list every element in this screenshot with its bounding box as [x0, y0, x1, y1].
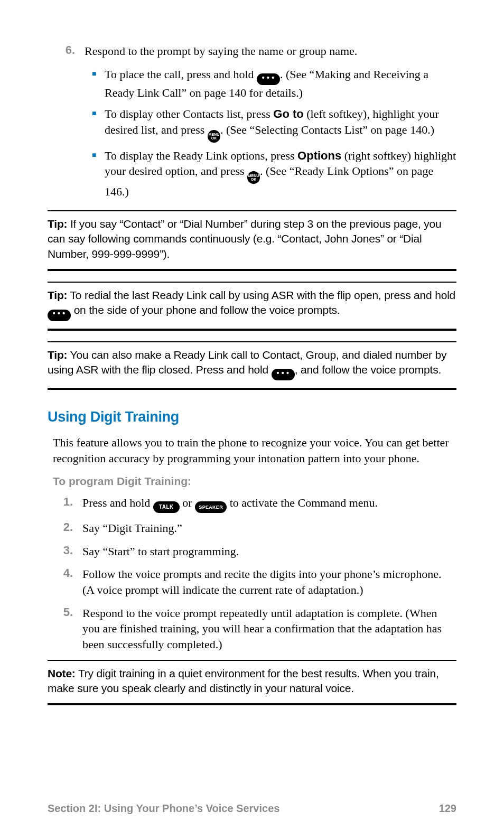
ptt-key-icon: • • • [48, 310, 71, 321]
text-fragment: Press and hold [82, 496, 153, 509]
note-box: Note: Try digit training in a quiet envi… [48, 660, 456, 706]
tip-text: on the side of your phone and follow the… [71, 304, 340, 316]
step-text: Say “Start” to start programming. [82, 544, 456, 559]
bullet-text: To display other Contacts list, press Go… [105, 106, 456, 143]
bullet-square-icon: ■ [92, 106, 105, 143]
text-fragment: to activate the Command menu. [227, 496, 378, 509]
sub-bullet: ■ To display the Ready Link options, pre… [48, 148, 456, 200]
key-label-top: MENU [248, 174, 259, 178]
bullet-text: To display the Ready Link options, press… [105, 148, 456, 200]
step-text: Say “Digit Training.” [82, 520, 456, 536]
footer-section: Section 2I: Using Your Phone’s Voice Ser… [48, 802, 279, 815]
tip-text: To redial the last Ready Link call by us… [67, 289, 455, 301]
procedure-heading: To program Digit Training: [48, 475, 456, 488]
note-text: Try digit training in a quiet environmen… [48, 667, 439, 694]
page-footer: Section 2I: Using Your Phone’s Voice Ser… [48, 802, 456, 815]
tip-box: Tip: If you say “Contact” or “Dial Numbe… [48, 210, 456, 271]
tip-text: , and follow the voice prompts. [295, 363, 441, 376]
tip-label: Tip: [48, 218, 67, 230]
sub-bullet: ■ To display other Contacts list, press … [48, 106, 456, 143]
bullet-square-icon: ■ [92, 67, 105, 101]
manual-page: 6. Respond to the prompt by saying the n… [0, 0, 504, 840]
softkey-label: Options [297, 149, 341, 162]
tip-text: If you say “Contact” or “Dial Number” du… [48, 218, 441, 260]
step-number: 4. [53, 566, 82, 598]
bullet-text: To place the call, press and hold • • •.… [105, 67, 456, 101]
tip-label: Tip: [48, 289, 67, 301]
key-label-bottom: OK [211, 136, 217, 140]
text-fragment: To display other Contacts list, press [105, 107, 273, 120]
tip-label: Tip: [48, 349, 67, 361]
tip-box: Tip: You can also make a Ready Link call… [48, 341, 456, 390]
tip-box: Tip: To redial the last Ready Link call … [48, 282, 456, 331]
key-label-bottom: OK [251, 178, 257, 181]
intro-paragraph: This feature allows you to train the pho… [48, 435, 456, 466]
step-6: 6. Respond to the prompt by saying the n… [48, 43, 456, 59]
step-number: 5. [53, 605, 82, 652]
step-text: Respond to the prompt by saying the name… [85, 43, 456, 59]
list-item: 4. Follow the voice prompts and recite t… [53, 566, 456, 598]
step-text: Respond to the voice prompt repeatedly u… [82, 605, 456, 652]
text-fragment: To place the call, press and hold [105, 68, 257, 81]
text-fragment: or [180, 496, 195, 509]
ptt-key-icon: • • • [272, 369, 295, 380]
procedure-steps: 1. Press and hold TALK or SPEAKER to act… [48, 495, 456, 652]
list-item: 2. Say “Digit Training.” [53, 520, 456, 536]
step-text: Follow the voice prompts and recite the … [82, 566, 456, 598]
sub-bullet: ■ To place the call, press and hold • • … [48, 67, 456, 101]
ptt-key-icon: • • • [257, 73, 280, 85]
text-fragment: . (See “Selecting Contacts List” on page… [220, 123, 434, 136]
step-number: 2. [53, 520, 82, 536]
speaker-key-icon: SPEAKER [195, 501, 227, 513]
step-number: 1. [53, 495, 82, 513]
list-item: 3. Say “Start” to start programming. [53, 544, 456, 559]
step-text: Press and hold TALK or SPEAKER to activa… [82, 495, 456, 513]
key-label-top: MENU [209, 133, 220, 136]
step-number: 3. [53, 544, 82, 559]
menu-ok-key-icon: MENUOK [208, 130, 220, 143]
list-item: 1. Press and hold TALK or SPEAKER to act… [53, 495, 456, 513]
page-number: 129 [439, 802, 456, 815]
list-item: 5. Respond to the voice prompt repeatedl… [53, 605, 456, 652]
text-fragment: To display the Ready Link options, press [105, 149, 297, 162]
section-heading: Using Digit Training [48, 409, 456, 425]
step-number: 6. [53, 43, 85, 59]
softkey-label: Go to [273, 107, 303, 120]
menu-ok-key-icon: MENUOK [247, 171, 260, 184]
talk-key-icon: TALK [153, 501, 180, 513]
note-label: Note: [48, 667, 76, 679]
bullet-square-icon: ■ [92, 148, 105, 200]
